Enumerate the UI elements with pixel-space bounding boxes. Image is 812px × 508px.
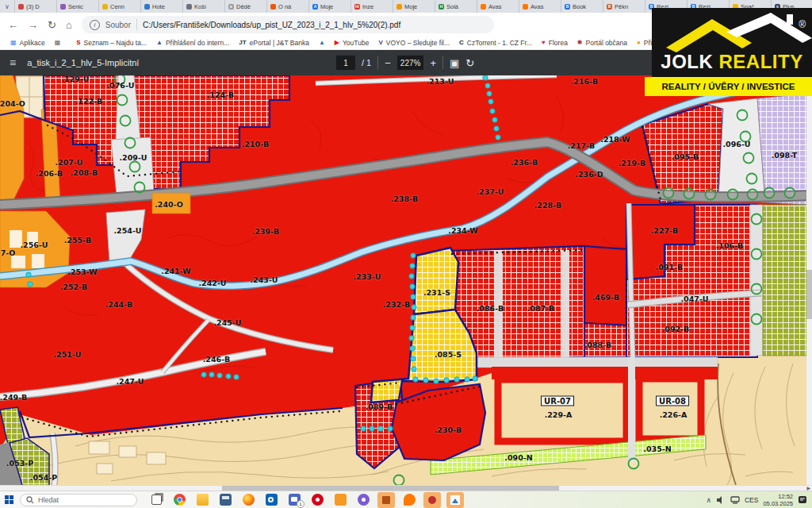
- purple-icon: [358, 494, 370, 506]
- tile-icon: [382, 496, 390, 504]
- explorer-icon: [197, 494, 209, 506]
- taskbar-app-tile2[interactable]: [423, 492, 441, 508]
- logo-jolk: JOLK: [661, 51, 713, 72]
- hatch-red-088: [584, 323, 626, 357]
- tab-favicon: [18, 4, 24, 10]
- start-button[interactable]: [5, 495, 14, 505]
- browser-tab[interactable]: BBook: [561, 0, 603, 13]
- taskbar-search-input[interactable]: Hledat: [20, 494, 137, 506]
- page-number-input[interactable]: 1: [336, 56, 355, 70]
- bookmark-item[interactable]: ♥Florea: [538, 39, 572, 47]
- tab-label: Hote: [152, 3, 165, 10]
- browser-tab[interactable]: Hote: [141, 0, 183, 13]
- browser-tab[interactable]: HiInze: [351, 0, 393, 13]
- browser-tab[interactable]: Avas: [519, 0, 561, 13]
- taskbar-app-firefox[interactable]: [239, 492, 257, 508]
- browser-tab[interactable]: (3) D: [15, 0, 57, 13]
- browser-tab[interactable]: eDědě: [225, 0, 267, 13]
- reload-icon[interactable]: ↻: [48, 20, 56, 30]
- zoom-out-button[interactable]: −: [385, 58, 391, 68]
- bookmark-item[interactable]: ▶YouTube: [331, 39, 373, 47]
- street-vertical-2: [561, 251, 569, 359]
- vscroll-thumb[interactable]: [806, 270, 812, 319]
- bookmark-item[interactable]: ▲: [315, 40, 329, 46]
- taskbar-app-calc[interactable]: [216, 492, 234, 508]
- clock[interactable]: 12:52 05.03.2025: [763, 493, 793, 507]
- pdf-page-controls: 1 / 1 − 227% + ▣ ↻: [336, 50, 474, 75]
- yellow-zone-231: [414, 248, 458, 314]
- browser-tab[interactable]: O ná: [267, 0, 309, 13]
- browser-tab[interactable]: Avas: [477, 0, 519, 13]
- taskbar-app-purple[interactable]: [354, 492, 372, 508]
- bookmark-favicon: ▲: [319, 40, 325, 46]
- network-icon[interactable]: [730, 496, 740, 504]
- bookmark-label: VOYO – Sledujte fil...: [386, 39, 450, 47]
- browser-tab[interactable]: Koší: [183, 0, 225, 13]
- tab-label: Avas: [488, 3, 502, 10]
- tab-label: Moje: [404, 3, 417, 10]
- taskbar-app-teams[interactable]: 1: [285, 492, 303, 508]
- tab-label: Senic: [68, 3, 83, 10]
- hatch-purple-098: [757, 94, 807, 205]
- url-omnibox[interactable]: i Soubor C:/Users/František/Downloads/up…: [82, 16, 494, 33]
- taskbar-app-chrome[interactable]: [170, 492, 188, 508]
- bookmark-item[interactable]: ▦: [51, 40, 65, 46]
- bookmark-item[interactable]: CCzTorrent - 1. CZ Fr...: [455, 39, 536, 47]
- bookmark-item[interactable]: SSeznam – Najdu ta...: [72, 39, 151, 47]
- rotate-icon[interactable]: ↻: [465, 58, 474, 68]
- info-icon[interactable]: i: [90, 20, 100, 30]
- bookmark-item[interactable]: ▲Přihlášení do intern...: [152, 39, 233, 47]
- taskbar-app-media[interactable]: [308, 492, 326, 508]
- bookmark-favicon: ▦: [55, 40, 61, 46]
- map-horizontal-scrollbar[interactable]: ▶: [0, 485, 812, 491]
- zoom-level-input[interactable]: 227%: [397, 56, 424, 70]
- taskbar-app-taskview[interactable]: [147, 492, 165, 508]
- taskbar-app-outlook[interactable]: [262, 492, 280, 508]
- taskbar-app-explorer[interactable]: [193, 492, 211, 508]
- tab-label: Cenn: [110, 3, 124, 10]
- notification-center-icon[interactable]: [798, 495, 807, 504]
- bookmark-item[interactable]: ▦Aplikace: [6, 39, 49, 47]
- language-indicator[interactable]: CES: [745, 496, 758, 504]
- tab-label: (3) D: [26, 3, 40, 10]
- forward-icon[interactable]: →: [28, 20, 38, 30]
- photos-icon: [450, 495, 460, 505]
- bookmark-favicon: ▶: [335, 40, 339, 46]
- taskbar-app-tile[interactable]: [377, 492, 395, 508]
- map-vertical-scrollbar[interactable]: [806, 75, 812, 485]
- orange-icon: [335, 494, 347, 506]
- tab-search-chevron-icon[interactable]: ∨: [0, 0, 15, 13]
- browser-tab[interactable]: HSolá: [435, 0, 477, 13]
- browser-tab[interactable]: Cenn: [99, 0, 141, 13]
- avast-icon: [404, 494, 416, 506]
- home-icon[interactable]: ⌂: [66, 20, 72, 30]
- zoom-in-button[interactable]: +: [430, 58, 436, 68]
- gray-strip-right: [750, 205, 763, 356]
- bookmark-item[interactable]: JTePortal | J&T Banka: [235, 39, 313, 47]
- tab-favicon: [523, 4, 528, 10]
- tab-favicon: B: [565, 4, 570, 10]
- zoning-map-viewport[interactable]: .129-U.076-U.122-B.124-B.204-O.210-B.213…: [0, 75, 812, 491]
- omnibox-divider: [136, 19, 137, 30]
- tab-favicon: e: [228, 4, 234, 10]
- clock-time: 12:52: [763, 493, 793, 500]
- taskbar-app-photos[interactable]: [446, 492, 464, 508]
- pdf-menu-icon[interactable]: ≡: [10, 56, 16, 69]
- browser-tab[interactable]: Moje: [393, 0, 435, 13]
- fit-page-icon[interactable]: ▣: [450, 58, 459, 68]
- bookmark-label: CzTorrent - 1. CZ Fr...: [467, 39, 532, 47]
- browser-tab[interactable]: Senic: [57, 0, 99, 13]
- tray-chevron-icon[interactable]: ∧: [706, 496, 711, 504]
- outlook-icon: [266, 494, 278, 506]
- bookmark-item[interactable]: ✱Portál občana: [573, 39, 631, 47]
- zoning-map[interactable]: [0, 75, 812, 491]
- back-icon[interactable]: ←: [8, 20, 18, 30]
- speaker-icon[interactable]: [716, 496, 726, 504]
- taskbar-app-orange[interactable]: [331, 492, 349, 508]
- tab-label: Koší: [194, 3, 206, 10]
- browser-tab[interactable]: AMoje: [309, 0, 351, 13]
- bookmark-item[interactable]: VVOYO – Sledujte fil...: [374, 39, 454, 47]
- taskbar-app-avast[interactable]: [400, 492, 418, 508]
- desktop-screen: ∨ (3) DSenicCennHoteKošíeDěděO náAMojeHi…: [0, 0, 812, 508]
- browser-tab[interactable]: BPěkn: [603, 0, 645, 13]
